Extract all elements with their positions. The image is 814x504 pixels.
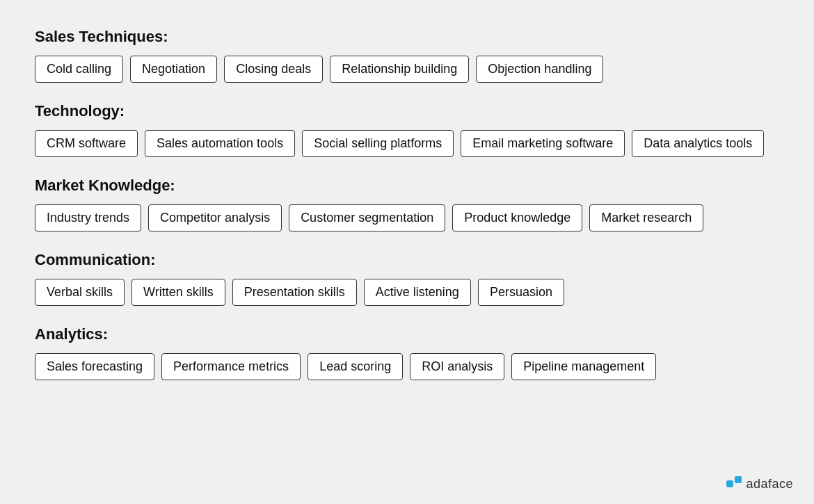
tag-item[interactable]: Social selling platforms [302,130,454,157]
tag-item[interactable]: Persuasion [478,279,564,306]
tags-row-analytics: Sales forecastingPerformance metricsLead… [35,353,779,380]
brand-name-label: adaface [746,477,793,491]
tag-item[interactable]: Verbal skills [35,279,125,306]
section-sales-techniques: Sales Techniques:Cold callingNegotiation… [35,28,779,83]
section-analytics: Analytics:Sales forecastingPerformance m… [35,325,779,380]
tags-row-sales-techniques: Cold callingNegotiationClosing dealsRela… [35,56,779,83]
tag-item[interactable]: Pipeline management [511,353,656,380]
section-title-analytics: Analytics: [35,325,779,343]
tag-item[interactable]: Objection handling [476,56,603,83]
tag-item[interactable]: Cold calling [35,56,123,83]
tag-item[interactable]: Market research [589,204,703,231]
tag-item[interactable]: Relationship building [330,56,469,83]
tag-item[interactable]: Data analytics tools [632,130,764,157]
tags-row-technology: CRM softwareSales automation toolsSocial… [35,130,779,157]
tag-item[interactable]: Sales forecasting [35,353,154,380]
section-title-sales-techniques: Sales Techniques: [35,28,779,46]
section-communication: Communication:Verbal skillsWritten skill… [35,251,779,306]
tag-item[interactable]: Industry trends [35,204,141,231]
tag-item[interactable]: Negotiation [130,56,217,83]
section-title-market-knowledge: Market Knowledge: [35,177,779,195]
tag-item[interactable]: Email marketing software [461,130,625,157]
tags-row-market-knowledge: Industry trendsCompetitor analysisCustom… [35,204,779,231]
tag-item[interactable]: Active listening [364,279,471,306]
tag-item[interactable]: CRM software [35,130,138,157]
section-market-knowledge: Market Knowledge:Industry trendsCompetit… [35,177,779,231]
tag-item[interactable]: Lead scoring [308,353,403,380]
tag-item[interactable]: Performance metrics [161,353,301,380]
section-technology: Technology:CRM softwareSales automation … [35,102,779,157]
svg-rect-0 [726,480,733,487]
tag-item[interactable]: Written skills [131,279,225,306]
tag-item[interactable]: Competitor analysis [148,204,282,231]
tag-item[interactable]: Sales automation tools [145,130,295,157]
svg-rect-1 [735,476,742,483]
tag-item[interactable]: Closing deals [224,56,323,83]
tag-item[interactable]: Product knowledge [452,204,582,231]
tag-item[interactable]: Customer segmentation [289,204,445,231]
adaface-icon [726,476,742,491]
tags-row-communication: Verbal skillsWritten skillsPresentation … [35,279,779,306]
tag-item[interactable]: Presentation skills [232,279,357,306]
branding: adaface [726,476,793,491]
section-title-communication: Communication: [35,251,779,269]
section-title-technology: Technology: [35,102,779,120]
tag-item[interactable]: ROI analysis [410,353,504,380]
